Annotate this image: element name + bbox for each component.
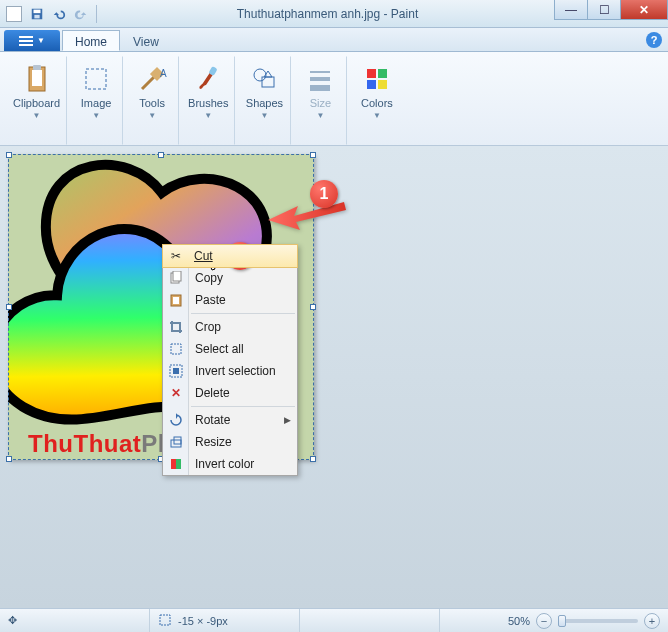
size-icon bbox=[304, 63, 336, 95]
tab-bar: ▼ Home View ? bbox=[0, 28, 668, 52]
title-bar: Thuthuatphanmem anh.jpg - Paint — ☐ ✕ bbox=[0, 0, 668, 28]
shapes-icon bbox=[248, 63, 280, 95]
menu-crop[interactable]: Crop bbox=[163, 316, 297, 338]
svg-rect-13 bbox=[310, 77, 330, 81]
svg-rect-30 bbox=[160, 615, 170, 625]
svg-rect-4 bbox=[32, 70, 42, 86]
menu-cut[interactable]: ✂ Cut bbox=[162, 244, 298, 268]
group-label: Clipboard bbox=[13, 97, 60, 109]
qat-undo-icon[interactable] bbox=[51, 6, 67, 22]
svg-point-10 bbox=[254, 69, 266, 81]
svg-rect-22 bbox=[173, 297, 179, 304]
resize-handle-n[interactable] bbox=[158, 152, 164, 158]
svg-rect-23 bbox=[171, 344, 181, 354]
svg-rect-12 bbox=[310, 71, 330, 73]
resize-handle-e[interactable] bbox=[310, 304, 316, 310]
svg-rect-16 bbox=[378, 69, 387, 78]
dropdown-icon: ▼ bbox=[148, 111, 156, 120]
resize-handle-w[interactable] bbox=[6, 304, 12, 310]
file-menu-button[interactable]: ▼ bbox=[4, 30, 60, 51]
svg-rect-20 bbox=[173, 271, 181, 281]
menu-rotate[interactable]: Rotate ▶ bbox=[163, 409, 297, 431]
menu-invert-color[interactable]: Invert color bbox=[163, 453, 297, 475]
group-shapes[interactable]: Shapes ▼ bbox=[237, 56, 291, 145]
maximize-button[interactable]: ☐ bbox=[587, 0, 621, 20]
group-label: Shapes bbox=[246, 97, 283, 109]
zoom-out-button[interactable]: − bbox=[536, 613, 552, 629]
svg-rect-1 bbox=[34, 9, 41, 13]
group-label: Brushes bbox=[188, 97, 228, 109]
svg-rect-11 bbox=[262, 77, 274, 87]
colors-icon bbox=[361, 63, 393, 95]
move-cursor-icon: ✥ bbox=[8, 614, 17, 627]
copy-icon bbox=[168, 270, 184, 286]
menu-resize[interactable]: Resize bbox=[163, 431, 297, 453]
resize-handle-se[interactable] bbox=[310, 456, 316, 462]
delete-icon: ✕ bbox=[168, 385, 184, 401]
svg-rect-28 bbox=[171, 459, 176, 469]
menu-delete[interactable]: ✕ Delete bbox=[163, 382, 297, 404]
select-all-icon bbox=[168, 341, 184, 357]
qat-divider bbox=[96, 5, 97, 23]
dropdown-icon: ▼ bbox=[204, 111, 212, 120]
selection-size-icon bbox=[158, 613, 172, 629]
zoom-level: 50% bbox=[508, 615, 530, 627]
ribbon: Clipboard ▼ Image ▼ A Tools ▼ Brushes ▼ … bbox=[0, 52, 668, 146]
context-menu: ✂ Cut Copy Paste Crop Select all Invert … bbox=[162, 244, 298, 476]
group-colors[interactable]: Colors ▼ bbox=[349, 56, 403, 145]
group-tools[interactable]: A Tools ▼ bbox=[125, 56, 179, 145]
annotation-badge-1: 1 bbox=[310, 180, 338, 208]
svg-rect-25 bbox=[173, 368, 179, 374]
close-button[interactable]: ✕ bbox=[620, 0, 668, 20]
tab-home[interactable]: Home bbox=[62, 30, 120, 51]
window-title: Thuthuatphanmem anh.jpg - Paint bbox=[101, 7, 554, 21]
tab-view[interactable]: View bbox=[120, 30, 172, 51]
group-label: Image bbox=[81, 97, 112, 109]
qat-save-icon[interactable] bbox=[29, 6, 45, 22]
selection-size: -15 × -9px bbox=[178, 615, 228, 627]
svg-rect-6 bbox=[86, 69, 106, 89]
group-size[interactable]: Size ▼ bbox=[293, 56, 347, 145]
paste-icon bbox=[168, 292, 184, 308]
svg-rect-29 bbox=[176, 459, 181, 469]
resize-handle-nw[interactable] bbox=[6, 152, 12, 158]
group-label: Size bbox=[310, 97, 331, 109]
select-icon bbox=[80, 63, 112, 95]
svg-text:A: A bbox=[160, 68, 167, 79]
minimize-button[interactable]: — bbox=[554, 0, 588, 20]
invert-selection-icon bbox=[168, 363, 184, 379]
menu-copy[interactable]: Copy bbox=[163, 267, 297, 289]
svg-rect-17 bbox=[367, 80, 376, 89]
svg-rect-5 bbox=[33, 65, 41, 70]
group-label: Colors bbox=[361, 97, 393, 109]
dropdown-icon: ▼ bbox=[260, 111, 268, 120]
tools-icon: A bbox=[136, 63, 168, 95]
menu-invert-selection[interactable]: Invert selection bbox=[163, 360, 297, 382]
resize-handle-ne[interactable] bbox=[310, 152, 316, 158]
submenu-arrow-icon: ▶ bbox=[284, 415, 291, 425]
group-brushes[interactable]: Brushes ▼ bbox=[181, 56, 235, 145]
app-icon bbox=[6, 6, 22, 22]
menu-paste[interactable]: Paste bbox=[163, 289, 297, 311]
qat-redo-icon[interactable] bbox=[73, 6, 89, 22]
zoom-slider[interactable] bbox=[558, 619, 638, 623]
dropdown-icon: ▼ bbox=[316, 111, 324, 120]
resize-handle-sw[interactable] bbox=[6, 456, 12, 462]
brush-icon bbox=[192, 63, 224, 95]
group-image[interactable]: Image ▼ bbox=[69, 56, 123, 145]
zoom-thumb[interactable] bbox=[558, 615, 566, 627]
group-label: Tools bbox=[139, 97, 165, 109]
dropdown-icon: ▼ bbox=[373, 111, 381, 120]
help-button[interactable]: ? bbox=[646, 32, 662, 48]
group-clipboard[interactable]: Clipboard ▼ bbox=[6, 56, 67, 145]
annotation-arrow bbox=[264, 192, 354, 236]
svg-rect-15 bbox=[367, 69, 376, 78]
zoom-in-button[interactable]: + bbox=[644, 613, 660, 629]
status-bar: ✥ -15 × -9px 50% − + bbox=[0, 608, 668, 632]
menu-select-all[interactable]: Select all bbox=[163, 338, 297, 360]
svg-rect-14 bbox=[310, 85, 330, 91]
clipboard-icon bbox=[21, 63, 53, 95]
rotate-icon bbox=[168, 412, 184, 428]
watermark-red: ThuThuat bbox=[28, 430, 141, 457]
svg-rect-18 bbox=[378, 80, 387, 89]
